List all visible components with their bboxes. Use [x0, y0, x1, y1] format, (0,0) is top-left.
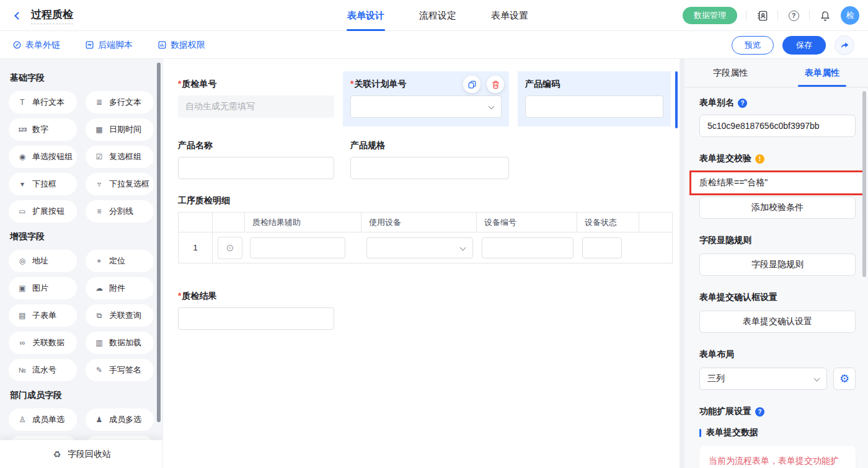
inspection-no-input[interactable]: 自动生成无需填写 [178, 95, 334, 118]
field-item-radio-group[interactable]: ◉单选按钮组 [9, 146, 77, 168]
field-label: 产品规格 [350, 140, 509, 151]
field-item-subform[interactable]: ▤子表单 [9, 304, 77, 327]
divider [746, 11, 746, 20]
field-item-linked-data[interactable]: ∞关联数据 [9, 332, 77, 354]
subform-title: 工序质检明细 [178, 195, 671, 206]
equipment-status-input[interactable] [582, 237, 622, 258]
property-panel: 字段属性 表单属性 表单别名 ? 5c10c9e8187656c0bf3997b… [684, 59, 868, 468]
row-index: 1 [179, 232, 213, 263]
tab-field-properties[interactable]: 字段属性 [684, 59, 776, 87]
field-item-linked-query[interactable]: ⧉关联查询 [86, 304, 154, 327]
field-actions [463, 76, 504, 93]
field-item-divider[interactable]: ≡分割线 [86, 200, 154, 223]
field-item-multi-line-text[interactable]: ≣多行文本 [86, 91, 154, 113]
radio-widget[interactable]: ⊙ [218, 237, 242, 259]
back-button[interactable] [10, 9, 24, 22]
layout-settings-button[interactable]: ⚙ [833, 368, 856, 390]
field-item-member-single[interactable]: ♙成员单选 [9, 408, 77, 431]
tab-form-properties[interactable]: 表单属性 [776, 59, 868, 87]
validation-rule-text[interactable]: 质检结果=="合格" [699, 177, 768, 188]
recycle-icon: ♻ [51, 449, 63, 459]
related-plan-no-select[interactable] [350, 95, 502, 118]
add-validation-button[interactable]: 添加校验条件 [699, 196, 856, 219]
field-item-dropdown[interactable]: ▾下拉框 [9, 173, 77, 195]
field-item-address[interactable]: ◎地址 [9, 250, 77, 272]
col-header-equipment-no: 设备编号 [477, 213, 577, 232]
field-item-location[interactable]: ⌖定位 [86, 250, 154, 272]
multi-dropdown-icon: ▿ [94, 180, 105, 188]
submit-confirm-button[interactable]: 表单提交确认设置 [699, 311, 856, 333]
share-button[interactable] [835, 35, 854, 55]
page-title[interactable]: 过程质检 [31, 7, 73, 24]
field-item-image[interactable]: ▣图片 [9, 277, 77, 299]
contacts-icon[interactable] [755, 9, 769, 22]
equipment-no-input[interactable] [482, 237, 574, 258]
field-item-number[interactable]: 123数字 [9, 118, 77, 141]
canvas-panel-gap [680, 59, 684, 468]
product-code-input[interactable] [525, 95, 663, 118]
field-item-member-multi[interactable]: ♟成员多选 [86, 408, 154, 431]
field-item-attachment[interactable]: ☁附件 [86, 277, 154, 299]
field-item-extend-button[interactable]: ▭扩展按钮 [9, 200, 77, 223]
header-left: 过程质检 [10, 0, 73, 31]
result-aid-input[interactable] [250, 237, 345, 258]
section-bar [699, 429, 701, 437]
field-product-spec[interactable]: 产品规格 [350, 140, 509, 179]
copy-field-button[interactable] [463, 76, 480, 93]
header-right: 数据管理 ? 检 [683, 0, 859, 31]
equipment-select[interactable] [366, 237, 473, 258]
subform-process-inspection[interactable]: 工序质检明细 质检结果辅助 使用设备 设备编号 设备状态 [178, 195, 671, 263]
panel-scrollbar[interactable] [862, 91, 866, 277]
field-item-multi-dropdown[interactable]: ▿下拉复选框 [86, 173, 154, 195]
field-product-name[interactable]: 产品名称 [178, 140, 334, 179]
col-header-equipment: 使用设备 [361, 213, 477, 232]
section-heading-member-fields: 部门成员字段 [10, 390, 153, 401]
save-button[interactable]: 保存 [782, 36, 826, 55]
field-inspection-result[interactable]: *质检结果 [178, 291, 671, 330]
field-recycle-bin[interactable]: ♻ 字段回收站 [0, 440, 162, 468]
result-aid-cell [245, 232, 361, 263]
product-spec-input[interactable] [350, 157, 509, 179]
form-alias-input[interactable]: 5c10c9e8187656c0bf3997bb [699, 115, 856, 137]
form-external-link[interactable]: 表单外链 [12, 40, 60, 51]
validation-rule-annotation: 质检结果=="合格" [689, 170, 864, 195]
tab-form-design[interactable]: 表单设计 [347, 0, 384, 31]
data-manage-button[interactable]: 数据管理 [683, 7, 737, 24]
data-permission-link[interactable]: 数据权限 [157, 40, 205, 51]
linked-query-icon: ⧉ [94, 311, 105, 320]
display-rules-button[interactable]: 字段显隐规则 [699, 254, 856, 276]
layout-select[interactable]: 三列 [699, 368, 827, 390]
equipment-cell [361, 232, 477, 263]
product-name-input[interactable] [178, 157, 334, 179]
field-item-checkbox-group[interactable]: ☑复选框组 [86, 146, 154, 168]
address-icon: ◎ [17, 257, 28, 265]
field-related-plan-no-selected[interactable]: *关联计划单号 [343, 71, 509, 126]
warning-badge-icon[interactable]: ! [755, 154, 764, 164]
help-badge-icon[interactable]: ? [738, 99, 747, 108]
selection-indicator-bar [675, 71, 678, 128]
field-product-code-highlighted[interactable]: 产品编码 [518, 71, 671, 126]
backend-script-link[interactable]: 后端脚本 [85, 40, 133, 51]
notification-bell-icon[interactable] [818, 9, 832, 22]
section-heading-enhanced-fields: 增强字段 [10, 231, 153, 242]
inspection-result-input[interactable] [178, 307, 334, 330]
preview-button[interactable]: 预览 [732, 36, 774, 55]
basic-fields-grid: T单行文本 ≣多行文本 123数字 ▦日期时间 ◉单选按钮组 ☑复选框组 ▾下拉… [9, 91, 154, 223]
multi-line-text-icon: ≣ [94, 98, 105, 107]
field-item-datetime[interactable]: ▦日期时间 [86, 118, 154, 141]
user-avatar[interactable]: 检 [841, 6, 859, 25]
help-icon[interactable]: ? [787, 9, 800, 22]
sidebar-scrollbar[interactable] [157, 63, 161, 422]
app: 过程质检 表单设计 流程设定 表单设置 数据管理 ? [0, 0, 868, 468]
field-item-signature[interactable]: ✎手写签名 [86, 359, 154, 381]
field-item-data-load[interactable]: ▥数据加载 [86, 332, 154, 354]
chevron-left-icon [14, 12, 22, 20]
field-item-single-line-text[interactable]: T单行文本 [9, 91, 77, 113]
submit-confirm-heading: 表单提交确认框设置 [699, 292, 856, 303]
field-item-serial-number[interactable]: №流水号 [9, 359, 77, 381]
field-inspection-no[interactable]: *质检单号 自动生成无需填写 [178, 71, 334, 126]
help-badge-icon[interactable]: ? [755, 407, 764, 417]
tab-flow-setting[interactable]: 流程设定 [419, 0, 456, 31]
delete-field-button[interactable] [487, 76, 504, 93]
tab-form-setting[interactable]: 表单设置 [491, 0, 528, 31]
